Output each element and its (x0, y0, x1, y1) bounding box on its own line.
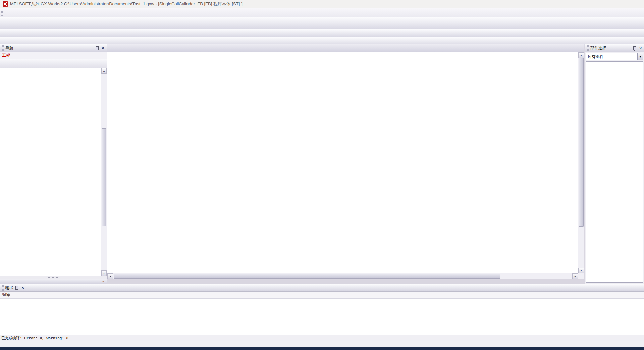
editor-hscrollbar[interactable]: ◄ ► (107, 273, 578, 279)
parts-filter-value: 所有部件 (586, 54, 637, 60)
compile-tab[interactable]: 编译 (1, 291, 13, 298)
output-header: 输出 ✕ (0, 284, 644, 292)
output-tab-row: 编译 (0, 292, 644, 299)
st-editor: ▲ ▼ ◄ ► (107, 52, 584, 279)
panel-grip (2, 45, 4, 51)
code-area[interactable] (107, 52, 578, 273)
editor-hscroll-thumb[interactable] (114, 274, 500, 279)
pin-icon[interactable] (96, 46, 99, 50)
navigation-toolbar (0, 59, 107, 68)
pin-icon[interactable] (15, 286, 18, 290)
project-tree (0, 69, 101, 276)
output-title: 输出 (5, 285, 13, 291)
close-icon[interactable]: ✕ (20, 286, 25, 290)
toolbar-edit-find (0, 29, 644, 37)
gx-works2-window: MELSOFT系列 GX Works2 C:\Users\Administrat… (0, 0, 644, 350)
parts-title: 部件选择 (590, 45, 631, 51)
parts-selection-panel: 部件选择 ✕ 所有部件 ▼ (585, 44, 644, 284)
close-icon[interactable]: ✕ (638, 46, 643, 50)
parts-filter-combo[interactable]: 所有部件 ▼ (586, 53, 643, 60)
navigation-panel: 导航 ✕ 工程 ▲ ▼ » (0, 44, 107, 284)
panel-grip (587, 45, 589, 51)
close-icon[interactable]: ✕ (101, 46, 105, 50)
title-bar: MELSOFT系列 GX Works2 C:\Users\Administrat… (0, 0, 644, 8)
project-tree-wrap: ▲ ▼ (0, 68, 107, 276)
menu-grip (1, 10, 3, 16)
panel-splitter[interactable] (0, 276, 107, 279)
navigation-header: 导航 ✕ (0, 44, 107, 52)
scroll-up-icon[interactable]: ▲ (578, 52, 584, 58)
parts-tree (586, 61, 643, 283)
project-section-label: 工程 (0, 52, 107, 59)
navigation-overflow[interactable]: » (0, 279, 107, 284)
navigation-title: 导航 (5, 45, 94, 51)
error-table (0, 299, 644, 335)
pin-icon[interactable] (633, 46, 636, 50)
toolbar-standard (0, 17, 644, 29)
menu-bar (0, 8, 644, 17)
window-title: MELSOFT系列 GX Works2 C:\Users\Administrat… (10, 1, 243, 7)
scroll-down-icon[interactable]: ▼ (578, 268, 584, 273)
document-tab-bar (107, 44, 584, 53)
taskbar-edge (0, 347, 644, 350)
main-area: 导航 ✕ 工程 ▲ ▼ » (0, 44, 644, 284)
chevron-icon[interactable]: » (102, 279, 104, 283)
compile-status-line: 已完成编译: Error: 9, Warning: 0 (0, 335, 644, 341)
scroll-up-icon[interactable]: ▲ (101, 68, 107, 74)
editor-vscroll-thumb[interactable] (579, 58, 584, 227)
tree-scrollbar[interactable]: ▲ ▼ (101, 68, 107, 276)
editor-vscrollbar[interactable]: ▲ ▼ (578, 52, 584, 273)
panel-grip (2, 285, 4, 291)
status-bar (0, 341, 644, 347)
scroll-left-icon[interactable]: ◄ (107, 273, 113, 279)
output-panel: 输出 ✕ 编译 已完成编译: Error: 9, Warning: 0 (0, 284, 644, 341)
tree-scroll-thumb[interactable] (102, 128, 106, 226)
scroll-right-icon[interactable]: ► (572, 273, 578, 279)
melsoft-logo-icon (3, 1, 8, 7)
parts-header: 部件选择 ✕ (585, 44, 644, 52)
scroll-down-icon[interactable]: ▼ (101, 270, 107, 276)
chevron-down-icon[interactable]: ▼ (637, 53, 643, 60)
scrollbar-corner (578, 273, 584, 279)
document-area: ▲ ▼ ◄ ► (107, 44, 584, 284)
